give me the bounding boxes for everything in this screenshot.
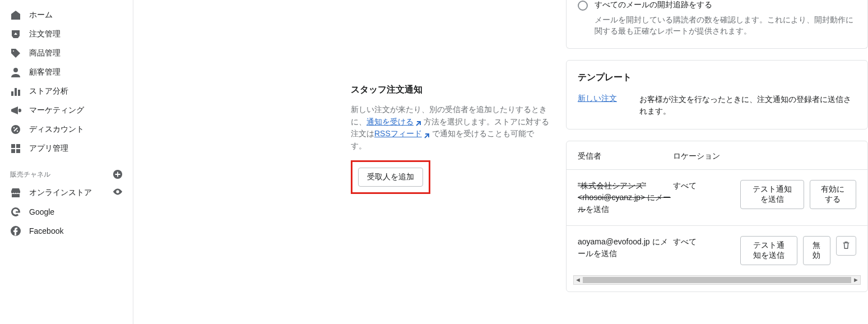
nav-apps[interactable]: アプリ管理	[0, 139, 133, 158]
nav-orders[interactable]: 注文管理	[0, 25, 133, 44]
scroll-left-arrow[interactable]: ◄	[574, 276, 582, 284]
recipient-plain: を送信	[586, 205, 609, 214]
col-recipient: 受信者	[578, 151, 673, 161]
tracking-label: すべてのメールの開封追跡をする	[595, 0, 712, 10]
recipient-text: aoyama@evofood.jp にメールを送信	[578, 236, 673, 260]
analytics-icon	[10, 86, 21, 97]
staff-notify-desc: 新しい注文が来たり、別の受信者を追加したりするときに、通知を受ける 方法を選択し…	[351, 104, 549, 152]
home-icon	[10, 10, 21, 21]
store-icon	[10, 187, 21, 198]
nav-analytics[interactable]: ストア分析	[0, 82, 133, 101]
nav-products[interactable]: 商品管理	[0, 44, 133, 63]
tracking-radio[interactable]: すべてのメールの開封追跡をする	[578, 0, 856, 11]
megaphone-icon	[10, 105, 21, 116]
channel-facebook[interactable]: Facebook	[0, 221, 133, 240]
svg-rect-9	[11, 149, 15, 153]
channel-label: オンラインストア	[29, 188, 92, 198]
channels-header: 販売チャネル	[0, 158, 133, 183]
rss-feed-link[interactable]: RSSフィード	[374, 129, 422, 138]
template-card: テンプレート 新しい注文 お客様が注文を行なったときに、注文通知の登録者に送信さ…	[566, 60, 868, 129]
svg-point-6	[17, 131, 18, 132]
link2-text: RSSフィード	[374, 129, 422, 138]
external-icon	[423, 131, 430, 138]
apps-icon	[10, 143, 21, 154]
svg-rect-8	[16, 144, 20, 148]
user-icon	[10, 67, 21, 78]
template-desc: お客様が注文を行なったときに、注文通知の登録者に送信されます。	[639, 94, 856, 118]
channel-label: Google	[29, 207, 54, 216]
nav-marketing[interactable]: マーケティング	[0, 101, 133, 120]
disable-button[interactable]: 無効	[803, 236, 830, 265]
enable-button[interactable]: 有効にする	[810, 180, 856, 209]
right-column: すべてのメールの開封追跡をする メールを開封している購読者の数を確認します。これ…	[559, 0, 868, 324]
radio-icon	[578, 1, 588, 11]
eye-icon[interactable]	[113, 187, 123, 198]
send-test-button[interactable]: テスト通知を送信	[740, 180, 804, 209]
tracking-desc: メールを開封している購読者の数を確認します。これにより、開封動作に関する最も正確…	[595, 14, 856, 37]
channel-label: Facebook	[29, 226, 63, 235]
link1-text: 通知を受ける	[366, 117, 414, 126]
recipient-row: "株式会社シアンズ" <rhosoi@cyanz.jp> にメールを送信 すべて…	[567, 169, 867, 225]
recipient-location: すべて	[673, 236, 740, 247]
discount-icon	[10, 124, 21, 135]
horizontal-scrollbar[interactable]: ◄ ►	[567, 275, 867, 291]
nav-label: ホーム	[29, 10, 53, 20]
nav-label: マーケティング	[29, 105, 84, 115]
col-location: ロケーション	[673, 151, 740, 161]
nav-home[interactable]: ホーム	[0, 6, 133, 25]
scroll-thumb[interactable]	[583, 277, 851, 283]
section-intro: スタッフ注文通知 新しい注文が来たり、別の受信者を追加したりするときに、通知を受…	[341, 0, 559, 324]
channels-header-label: 販売チャネル	[10, 170, 50, 179]
channel-google[interactable]: Google	[0, 202, 133, 221]
receive-notification-link[interactable]: 通知を受ける	[366, 117, 414, 126]
main-content: スタッフ注文通知 新しい注文が来たり、別の受信者を追加したりするときに、通知を受…	[133, 0, 868, 324]
nav-label: 注文管理	[29, 29, 61, 39]
nav-customers[interactable]: 顧客管理	[0, 63, 133, 82]
svg-rect-1	[11, 91, 13, 96]
highlight-box: 受取人を追加	[351, 160, 430, 194]
svg-rect-3	[18, 90, 20, 96]
svg-rect-7	[11, 144, 15, 148]
nav-label: 顧客管理	[29, 67, 61, 77]
nav-label: ディスカウント	[29, 124, 84, 135]
add-channel-icon[interactable]	[113, 169, 123, 179]
delete-recipient-button[interactable]	[836, 236, 856, 256]
recipient-text: "株式会社シアンズ" <rhosoi@cyanz.jp> にメールを送信	[578, 180, 673, 215]
nav-label: アプリ管理	[29, 144, 68, 154]
svg-point-5	[13, 127, 15, 128]
recipients-card: 受信者 ロケーション "株式会社シアンズ" <rhosoi@cyanz.jp> …	[566, 141, 868, 292]
add-recipient-button[interactable]: 受取人を追加	[358, 168, 423, 187]
nav-discounts[interactable]: ディスカウント	[0, 120, 133, 139]
recipient-location: すべて	[673, 180, 740, 191]
tag-icon	[10, 48, 21, 59]
send-test-button[interactable]: テスト通知を送信	[740, 236, 797, 265]
recipients-header: 受信者 ロケーション	[567, 141, 867, 169]
nav-label: 商品管理	[29, 48, 61, 58]
svg-point-0	[13, 68, 18, 72]
external-icon	[415, 119, 421, 126]
template-title: テンプレート	[578, 72, 856, 84]
svg-rect-10	[16, 149, 20, 153]
svg-rect-2	[15, 88, 17, 96]
sidebar: ホーム 注文管理 商品管理 顧客管理 ストア分析 マーケティング ディスカウント…	[0, 0, 133, 324]
new-order-template-link[interactable]: 新しい注文	[578, 94, 617, 104]
recipient-row: aoyama@evofood.jp にメールを送信 すべて テスト通知を送信 無…	[567, 225, 867, 275]
facebook-icon	[10, 225, 21, 237]
channel-online-store[interactable]: オンラインストア	[0, 183, 133, 202]
tracking-card: すべてのメールの開封追跡をする メールを開封している購読者の数を確認します。これ…	[566, 0, 868, 49]
nav-label: ストア分析	[29, 86, 68, 96]
staff-notify-title: スタッフ注文通知	[351, 84, 549, 96]
inbox-icon	[10, 29, 21, 40]
google-icon	[10, 206, 21, 217]
scroll-right-arrow[interactable]: ►	[852, 276, 860, 284]
